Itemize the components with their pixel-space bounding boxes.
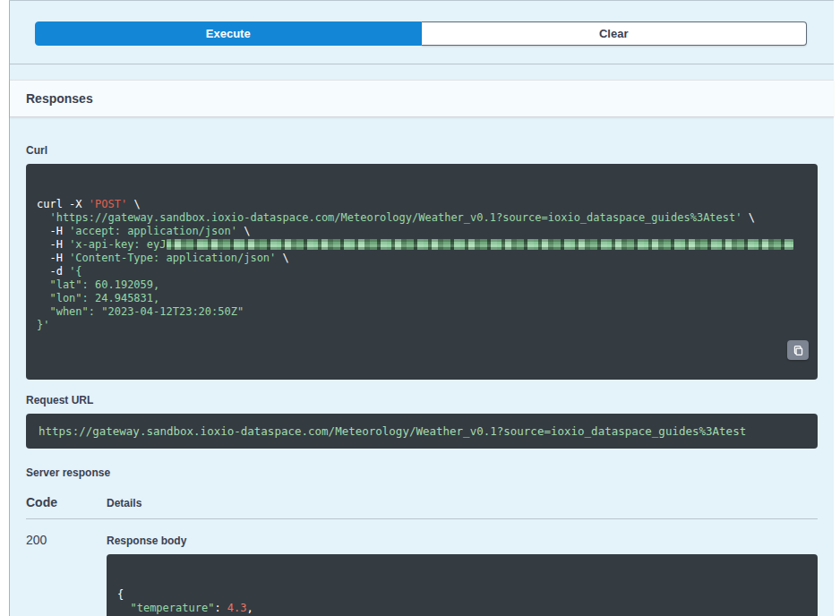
redacted-api-key [167,239,793,250]
request-url-label: Request URL [26,394,818,406]
response-body-text: { "temperature": 4.3, "humidity": 42, "p… [117,588,807,616]
execute-button[interactable]: Execute [35,21,422,46]
server-response-label: Server response [26,466,818,479]
response-table-row: 200 Response body { "temperature": 4.3, … [26,519,818,616]
responses-section-header: Responses [10,80,834,117]
response-details-cell: Response body { "temperature": 4.3, "hum… [107,533,818,616]
response-body-label: Response body [107,535,818,547]
swagger-try-it-out-panel: Execute Clear Responses Curl curl -X 'PO… [0,0,840,616]
operation-block-body: Execute Clear Responses Curl curl -X 'PO… [9,0,834,616]
response-body-block: { "temperature": 4.3, "humidity": 42, "p… [107,554,818,616]
copy-curl-button[interactable] [787,340,809,360]
curl-code-block: curl -X 'POST' \ 'https://gateway.sandbo… [26,164,818,380]
status-code: 200 [26,533,107,616]
responses-content: Curl curl -X 'POST' \ 'https://gateway.s… [10,117,834,616]
curl-command-text: curl -X 'POST' \ 'https://gateway.sandbo… [37,198,807,332]
details-column-header: Details [107,497,818,509]
request-url-value: https://gateway.sandbox.ioxio-dataspace.… [26,414,818,449]
response-table-header: Code Details [26,495,818,519]
execute-button-row: Execute Clear [10,1,834,64]
curl-label: Curl [26,144,818,157]
code-column-header: Code [26,495,107,509]
responses-title: Responses [26,91,93,106]
clipboard-icon [793,345,804,356]
clear-button[interactable]: Clear [422,21,808,46]
